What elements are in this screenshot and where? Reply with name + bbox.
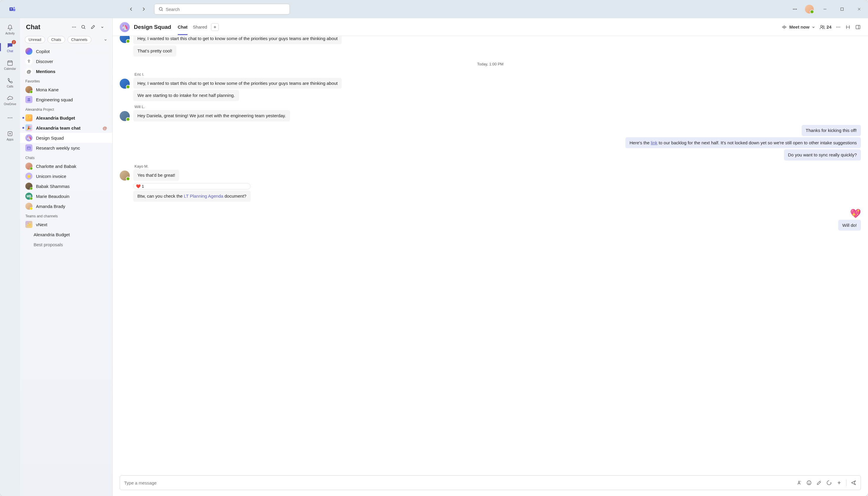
discover-icon bbox=[25, 58, 32, 65]
chat-list-panel: Chat Unread Chats Channels Copilot bbox=[20, 18, 113, 496]
rail-apps[interactable]: Apps bbox=[0, 127, 20, 144]
message-bubble: That's pretty cool! bbox=[133, 45, 176, 57]
audio-bars-icon bbox=[782, 25, 787, 30]
rail-activity[interactable]: Activity bbox=[0, 21, 20, 38]
sparkle-edit-icon[interactable] bbox=[816, 480, 822, 486]
message-bubble: Do you want to sync really quickly? bbox=[784, 149, 861, 160]
message-bubble: Hey, I wanted to start this chat to get … bbox=[133, 78, 342, 89]
participants-button[interactable]: 24 bbox=[819, 24, 832, 30]
compose-chevron-icon[interactable] bbox=[98, 23, 106, 31]
message-group-me-2: 💖 Will do! bbox=[120, 205, 861, 231]
filter-chevron-icon[interactable] bbox=[104, 38, 108, 42]
list-item-mona[interactable]: Mona Kane bbox=[20, 84, 112, 95]
unread-dot-icon bbox=[23, 117, 24, 119]
search-icon bbox=[159, 7, 163, 12]
star-icon: ⭐ bbox=[25, 173, 32, 180]
forward-arrow-icon[interactable] bbox=[139, 4, 148, 14]
settings-more-icon[interactable] bbox=[790, 4, 799, 14]
format-icon[interactable] bbox=[796, 480, 802, 486]
actions-add-icon[interactable] bbox=[836, 480, 842, 486]
window-minimize-icon[interactable] bbox=[819, 4, 831, 14]
tab-shared[interactable]: Shared bbox=[193, 19, 207, 35]
svg-point-3 bbox=[159, 7, 162, 10]
list-item-label: Babak Shammas bbox=[36, 184, 70, 189]
list-item-research-sync[interactable]: Research weekly sync bbox=[20, 143, 112, 153]
message-link[interactable]: LT Planning Agenda bbox=[184, 193, 224, 199]
calendar-icon bbox=[6, 60, 14, 66]
panel-open-icon[interactable] bbox=[855, 24, 861, 30]
chat-avatar: 🦄 bbox=[120, 22, 130, 32]
list-copilot[interactable]: Copilot bbox=[20, 46, 112, 56]
unread-dot-icon bbox=[23, 127, 24, 129]
list-item-unicorn[interactable]: ⭐ Unicorn invoice bbox=[20, 171, 112, 181]
svg-rect-8 bbox=[8, 61, 12, 65]
rail-apps-label: Apps bbox=[7, 138, 14, 141]
avatar bbox=[25, 162, 32, 170]
list-item-babak[interactable]: Babak Shammas bbox=[20, 181, 112, 191]
rail-onedrive[interactable]: OneDrive bbox=[0, 92, 20, 108]
compose-icon[interactable] bbox=[89, 23, 97, 31]
copilot-icon[interactable] bbox=[845, 24, 851, 30]
user-avatar[interactable] bbox=[805, 5, 814, 14]
emoji-reaction: 💖 bbox=[850, 208, 861, 219]
section-favorites: Favorites bbox=[20, 76, 112, 84]
titlebar: T bbox=[0, 0, 868, 18]
message-sender: Kayo M. bbox=[133, 164, 251, 169]
svg-rect-19 bbox=[27, 147, 30, 149]
messages-scroll[interactable]: Hey, I wanted to start this chat to get … bbox=[113, 36, 868, 475]
send-icon[interactable] bbox=[851, 480, 856, 486]
emoji-icon[interactable] bbox=[806, 480, 812, 486]
message-bubble: We are starting to do intake for next ha… bbox=[133, 90, 239, 101]
list-mentions[interactable]: @ Mentions bbox=[20, 66, 112, 76]
chat-list-search-icon[interactable] bbox=[79, 23, 88, 31]
svg-point-4 bbox=[793, 9, 794, 10]
window-close-icon[interactable] bbox=[853, 4, 865, 14]
back-arrow-icon[interactable] bbox=[126, 4, 136, 14]
tab-chat[interactable]: Chat bbox=[178, 19, 188, 35]
list-item-amanda[interactable]: Amanda Brady bbox=[20, 201, 112, 211]
pill-chats[interactable]: Chats bbox=[47, 36, 65, 43]
rail-onedrive-label: OneDrive bbox=[4, 103, 16, 106]
rail-calendar[interactable]: Calendar bbox=[0, 57, 20, 73]
rail-calls[interactable]: Calls bbox=[0, 74, 20, 91]
list-item-vnext[interactable]: ✨ vNext bbox=[20, 219, 112, 230]
add-tab-button[interactable] bbox=[211, 23, 219, 31]
search-box[interactable] bbox=[154, 4, 290, 14]
list-item-alexandria-budget[interactable]: ✨ Alexandria Budget bbox=[20, 113, 112, 123]
list-item-alexandria-teamchat[interactable]: 🎉 Alexandria team chat @ bbox=[20, 123, 112, 133]
list-discover[interactable]: Discover bbox=[20, 56, 112, 66]
meet-now-button[interactable]: Meet now bbox=[782, 25, 815, 30]
avatar bbox=[25, 203, 32, 210]
pill-unread[interactable]: Unread bbox=[25, 36, 45, 43]
list-item-vnext-budget[interactable]: Alexandria Budget bbox=[20, 230, 112, 239]
list-item-design-squad[interactable]: 🦄 Design Squad bbox=[20, 133, 112, 143]
rail-activity-label: Activity bbox=[5, 32, 15, 35]
rail-more[interactable] bbox=[0, 110, 20, 126]
reaction-badge[interactable]: ❤️1 bbox=[133, 183, 251, 189]
message-avatar bbox=[120, 36, 130, 43]
window-maximize-icon[interactable] bbox=[836, 4, 848, 14]
message-avatar bbox=[120, 171, 130, 181]
rail-chat[interactable]: 2 Chat bbox=[0, 39, 20, 56]
loop-icon[interactable] bbox=[826, 480, 832, 486]
composer[interactable] bbox=[120, 475, 861, 490]
list-item-eng[interactable]: Engineering squad bbox=[20, 95, 112, 105]
search-input[interactable] bbox=[166, 7, 285, 12]
list-item-marie[interactable]: MB Marie Beaudouin bbox=[20, 191, 112, 201]
svg-point-11 bbox=[12, 118, 12, 119]
list-item-vnext-best[interactable]: Best proposals bbox=[20, 239, 112, 249]
message-link[interactable]: link bbox=[651, 140, 658, 145]
people-icon bbox=[819, 24, 825, 30]
svg-point-27 bbox=[808, 482, 809, 482]
svg-point-21 bbox=[823, 26, 824, 27]
chat-list-more-icon[interactable] bbox=[70, 23, 78, 31]
svg-rect-25 bbox=[856, 25, 860, 29]
svg-point-22 bbox=[836, 27, 837, 27]
conv-more-icon[interactable] bbox=[836, 25, 841, 30]
composer-input[interactable] bbox=[124, 480, 796, 485]
list-item-charlotte[interactable]: Charlotte and Babak bbox=[20, 161, 112, 171]
svg-point-24 bbox=[839, 27, 840, 27]
message-group-kayo: Kayo M. Yes that'd be great! ❤️1 Btw, ca… bbox=[120, 164, 861, 202]
list-item-label: Mentions bbox=[36, 69, 56, 74]
pill-channels[interactable]: Channels bbox=[68, 36, 91, 43]
